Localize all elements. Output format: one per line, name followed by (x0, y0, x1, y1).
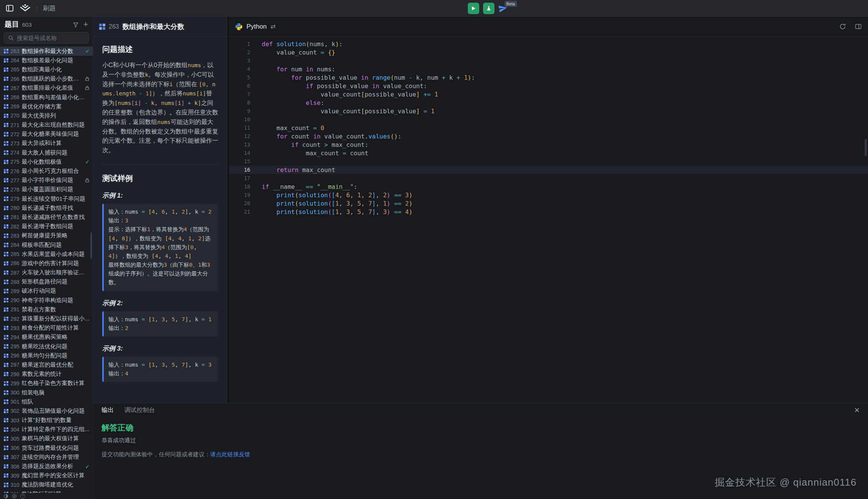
search-input[interactable] (17, 35, 93, 41)
code-line-19[interactable]: 19 print(solution([4, 6, 1, 2], 2) == 3) (229, 191, 868, 199)
problem-list-item-282[interactable]: 282最长递增子数组问题 (0, 222, 93, 231)
problem-list-item-305[interactable]: 305象棋马的最大权值计算 (0, 434, 93, 443)
code-line-16[interactable]: 16 return max_count (229, 166, 868, 174)
problem-list-item-267[interactable]: 267数组重排最小化差值 (0, 84, 93, 93)
problem-list-item-274[interactable]: 274最大敌人捕获问题 (0, 148, 93, 157)
code-line-5[interactable]: 5 for possible_value in range(num - k, n… (229, 73, 868, 82)
problem-title: 神奇字符串构造问题 (22, 297, 90, 304)
problem-list-item-268[interactable]: 268数组重构与差值最小化问题 (0, 93, 93, 102)
problem-list-item-263[interactable]: 263数组操作和最大分数✓ (0, 47, 93, 56)
problem-list-item-272[interactable]: 272最大化糖果美味值问题 (0, 130, 93, 139)
example-block: 输入：nums = [4, 6, 1, 2], k = 2输出：3提示：选择下标… (102, 204, 218, 291)
add-icon[interactable]: + (83, 20, 88, 29)
code-line-15[interactable]: 15 (229, 157, 868, 166)
code-line-14[interactable]: 14 max_count = count (229, 149, 868, 157)
problem-list-item-310[interactable]: 310魔法防御塔建造优化 (0, 480, 93, 489)
code-line-18[interactable]: 18if __name__ == "__main__": (229, 182, 868, 191)
problem-list-item-273[interactable]: 273最大异或和计算 (0, 139, 93, 148)
problem-list-item-286[interactable]: 286游戏中的伤害计算问题 (0, 259, 93, 268)
code-line-8[interactable]: 8 else: (229, 98, 868, 107)
problem-list-item-294[interactable]: 294糖果优惠购买策略 (0, 333, 93, 342)
code-line-7[interactable]: 7 value_count[possible_value] += 1 (229, 90, 868, 98)
problem-list-item-265[interactable]: 265数组距离最小化 (0, 65, 93, 74)
problem-list-item-300[interactable]: 300组装电脑 (0, 388, 93, 397)
code-line-11[interactable]: 11 max_count = 0 (229, 124, 868, 132)
problem-list-item-277[interactable]: 277最小字符串价值问题 (0, 176, 93, 185)
split-view-icon[interactable] (855, 23, 862, 30)
code-line-2[interactable]: 2 value_count = {} (229, 48, 868, 56)
problem-list-item-269[interactable]: 269最优化存储方案 (0, 102, 93, 111)
problem-list-item-308[interactable]: 308选择题反选效果分析✓ (0, 462, 93, 471)
code-line-3[interactable]: 3 (229, 56, 868, 65)
problem-list-item-289[interactable]: 289破冰行动问题 (0, 287, 93, 296)
description-heading: 问题描述 (102, 44, 218, 55)
problem-list-item-276[interactable]: 276最小周长巧克力板组合 (0, 166, 93, 175)
beta-badge: Beta (504, 1, 517, 7)
sidebar-scrollbar[interactable] (90, 232, 92, 259)
problem-list-item-296[interactable]: 296糖果均匀分配问题 (0, 351, 93, 360)
filter-icon[interactable] (73, 22, 79, 27)
problem-list-item-291[interactable]: 291禁着点方案数 (0, 305, 93, 314)
problem-title: 最小周长巧克力板组合 (22, 167, 90, 175)
code-line-21[interactable]: 21 print(solution([1, 3, 5, 7], 3) == 4) (229, 208, 868, 216)
code-line-20[interactable]: 20 print(solution([1, 3, 5, 7], 1) == 2) (229, 199, 868, 208)
problem-list-item-287[interactable]: 287火车驶入驶出顺序验证问题 (0, 268, 93, 277)
problem-list-item-266[interactable]: 266数组跳跃的最小步数问... (0, 74, 93, 84)
code-line-13[interactable]: 13 if count > max_count: (229, 140, 868, 149)
problem-list-item-278[interactable]: 278最小覆盖圆面积问题 (0, 185, 93, 194)
problem-list-item-280[interactable]: 280最长递减子数组寻找 (0, 203, 93, 212)
problem-list-item-298[interactable]: 298素数元素的统计 (0, 370, 93, 379)
code-line-6[interactable]: 6 if possible_value in value_count: (229, 82, 868, 90)
problem-list-item-279[interactable]: 279最长连续交替01子串问题 (0, 194, 93, 203)
problem-list-item-293[interactable]: 293粮食分配的可能性计算 (0, 324, 93, 333)
code-line-17[interactable]: 17 (229, 174, 868, 182)
code-editor[interactable]: 1def solution(nums, k):2 value_count = {… (229, 37, 868, 403)
problem-list-item-303[interactable]: 303计算"好数组"的数量 (0, 416, 93, 425)
close-icon[interactable]: × (854, 406, 860, 415)
problem-list-item-304[interactable]: 304计算特定条件下的四元组... (0, 425, 93, 434)
status-icon[interactable] (12, 494, 17, 499)
code-line-12[interactable]: 12 for count in value_count.values(): (229, 132, 868, 140)
lock-icon (85, 85, 90, 90)
help-icon[interactable]: ? (20, 494, 25, 499)
code-line-10[interactable]: 10 (229, 115, 868, 124)
panel-toggle-icon[interactable] (5, 4, 14, 13)
problem-list-item-295[interactable]: 295糖果吃法优化问题 (0, 342, 93, 351)
problem-list-item-297[interactable]: 297糖果迷宫的最优分配 (0, 360, 93, 369)
juejin-logo-icon[interactable] (19, 4, 31, 13)
theme-toggle-icon[interactable] (3, 494, 8, 499)
problem-list-item-275[interactable]: 275最小化数组极值✓ (0, 157, 93, 166)
language-tab[interactable]: Python (246, 23, 267, 31)
problem-list-item-285[interactable]: 285水果店果篮最小成本问题 (0, 250, 93, 259)
problem-list-item-309[interactable]: 309魔幻世界中的安全区计算 (0, 471, 93, 480)
code-line-4[interactable]: 4 for num in nums: (229, 65, 868, 73)
problem-list-item-281[interactable]: 281最长递减路径节点数查找 (0, 212, 93, 222)
problem-list-item-301[interactable]: 301组队 (0, 397, 93, 406)
problem-list-item-302[interactable]: 302装饰品丑陋值最小化问题 (0, 406, 93, 415)
problem-list-item-288[interactable]: 288矩形棋盘路径问题 (0, 277, 93, 287)
problem-list-item-264[interactable]: 264数组极差最小化问题 (0, 56, 93, 65)
problem-list-item-307[interactable]: 307连续空间内存合并管理 (0, 452, 93, 462)
test-button[interactable] (483, 3, 494, 14)
problem-list-item-292[interactable]: 292算珠重新分配以获得最小... (0, 314, 93, 323)
problem-list-item-299[interactable]: 299红色格子染色方案数计算 (0, 379, 93, 388)
problem-list-item-306[interactable]: 306货车过路费最优化问题 (0, 443, 93, 452)
tab-output[interactable]: 输出 (101, 406, 114, 414)
code-line-1[interactable]: 1def solution(nums, k): (229, 40, 868, 48)
feedback-link[interactable]: 请点此链接反馈 (210, 451, 250, 457)
problem-list-item-270[interactable]: 270最大优美排列 (0, 111, 93, 120)
code-line-9[interactable]: 9 value_count[possible_value] = 1 (229, 107, 868, 115)
reset-code-icon[interactable] (839, 23, 846, 30)
problem-list-item-271[interactable]: 271最大化未出现自然数问题 (0, 121, 93, 130)
switch-language-icon[interactable]: ⇄ (271, 23, 275, 30)
tab-debug-console[interactable]: 调试控制台 (124, 406, 155, 414)
problem-title: 素数元素的统计 (22, 370, 90, 378)
problem-grid-icon (4, 77, 8, 81)
editor-scrollbar[interactable] (865, 139, 867, 156)
problem-list-item-284[interactable]: 284模板串匹配问题 (0, 240, 93, 250)
run-button[interactable] (468, 3, 479, 14)
submit-beta-button[interactable]: Beta (498, 3, 516, 14)
problem-list-item-283[interactable]: 283树苗健康提升策略 (0, 231, 93, 240)
problem-list-item-290[interactable]: 290神奇字符串构造问题 (0, 296, 93, 305)
search-box[interactable] (4, 32, 89, 43)
